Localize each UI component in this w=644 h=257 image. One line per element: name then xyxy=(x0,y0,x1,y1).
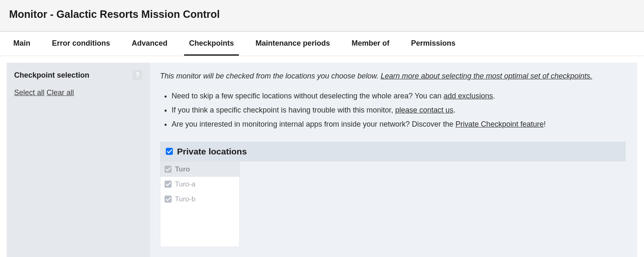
check-icon xyxy=(166,182,171,186)
tab-permissions[interactable]: Permissions xyxy=(406,32,460,56)
location-group-turo[interactable]: Turo xyxy=(160,162,239,177)
location-item-turo-a[interactable]: Turo-a xyxy=(160,177,239,192)
tip-exclusions: Need to skip a few specific locations wi… xyxy=(172,89,626,103)
tab-maintenance-periods[interactable]: Maintenance periods xyxy=(251,32,335,56)
tab-bar: Main Error conditions Advanced Checkpoin… xyxy=(0,32,644,56)
location-item-checkbox[interactable] xyxy=(165,181,172,188)
check-icon xyxy=(167,149,172,154)
sidebar-title: Checkpoint selection xyxy=(14,71,89,80)
location-group-label: Turo xyxy=(175,165,190,174)
content: Checkpoint selection ? Select all Clear … xyxy=(7,63,637,257)
private-locations-header[interactable]: Private locations xyxy=(160,142,626,162)
help-icon[interactable]: ? xyxy=(133,70,143,80)
learn-more-link[interactable]: Learn more about selecting the most opti… xyxy=(381,72,592,80)
clear-all-link[interactable]: Clear all xyxy=(47,88,74,97)
contact-us-link[interactable]: please contact us xyxy=(395,106,453,114)
add-exclusions-link[interactable]: add exclusions xyxy=(443,92,493,100)
page-title: Monitor - Galactic Resorts Mission Contr… xyxy=(9,8,635,20)
private-checkpoint-link[interactable]: Private Checkpoint feature xyxy=(455,120,543,128)
tab-error-conditions[interactable]: Error conditions xyxy=(47,32,115,56)
select-all-link[interactable]: Select all xyxy=(14,88,44,97)
location-group-checkbox[interactable] xyxy=(165,166,172,173)
tab-checkpoints[interactable]: Checkpoints xyxy=(184,32,239,56)
check-icon xyxy=(166,167,171,171)
intro-text: This monitor will be checked from the lo… xyxy=(160,72,626,81)
tab-member-of[interactable]: Member of xyxy=(347,32,394,56)
tip-private-checkpoint: Are you interested in monitoring interna… xyxy=(172,117,626,131)
locations-box: Turo Turo-a Turo-b xyxy=(160,162,240,247)
location-item-label: Turo-b xyxy=(175,195,195,203)
location-item-turo-b[interactable]: Turo-b xyxy=(160,192,239,207)
main-panel: This monitor will be checked from the lo… xyxy=(150,63,637,257)
title-bar: Monitor - Galactic Resorts Mission Contr… xyxy=(0,0,644,32)
tip-contact: If you think a specific checkpoint is ha… xyxy=(172,103,626,117)
location-item-label: Turo-a xyxy=(175,180,195,188)
check-icon xyxy=(166,197,171,201)
private-locations-title: Private locations xyxy=(177,147,247,157)
locations-box-empty-area xyxy=(160,207,239,247)
private-locations-checkbox[interactable] xyxy=(166,148,173,155)
tab-main[interactable]: Main xyxy=(8,32,35,56)
sidebar: Checkpoint selection ? Select all Clear … xyxy=(7,63,150,257)
location-item-checkbox[interactable] xyxy=(165,196,172,203)
tips-list: Need to skip a few specific locations wi… xyxy=(160,89,626,132)
tab-advanced[interactable]: Advanced xyxy=(127,32,172,56)
